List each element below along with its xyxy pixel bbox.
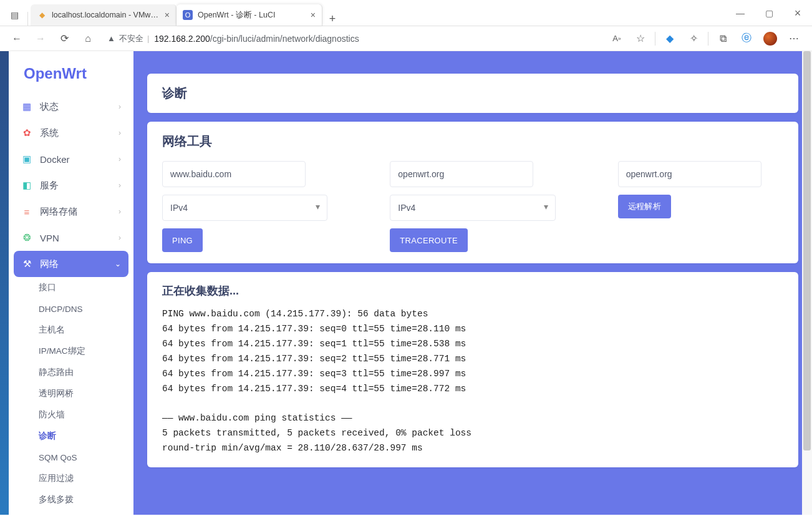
- gear-icon: ✿: [21, 127, 32, 139]
- home-button[interactable]: ⌂: [77, 28, 99, 49]
- tab-strip-icon[interactable]: ▤: [4, 4, 25, 26]
- sidebar: OpenWrt ▦状态› ✿系统› ▣Docker› ◧服务› ≡网络存储› ❂…: [9, 51, 133, 515]
- sub-dhcpdns[interactable]: DHCP/DNS: [14, 298, 128, 319]
- submenu-network: 接口 DHCP/DNS 主机名 IP/MAC绑定 静态路由 透明网桥 防火墙 诊…: [14, 277, 128, 510]
- services-icon: ◧: [21, 180, 32, 191]
- browser-tab-vmware[interactable]: ◆ localhost.localdomain - VMware... ×: [31, 4, 176, 26]
- sub-interfaces[interactable]: 接口: [14, 277, 128, 298]
- sub-ipmac[interactable]: IP/MAC绑定: [14, 341, 128, 362]
- globe-icon: ❂: [21, 232, 32, 243]
- sidebar-item-vpn[interactable]: ❂VPN›: [14, 225, 128, 251]
- ping-host-input[interactable]: [162, 161, 306, 187]
- address-bar: ← → ⟳ ⌂ ▲ 不安全 | 192.168.2.200/cgi-bin/lu…: [0, 26, 812, 51]
- sidebar-item-docker[interactable]: ▣Docker›: [14, 146, 128, 172]
- sidebar-item-system[interactable]: ✿系统›: [14, 120, 128, 146]
- divider: [27, 12, 28, 26]
- divider: [655, 32, 655, 46]
- sidebar-item-services[interactable]: ◧服务›: [14, 172, 128, 198]
- sub-mwan[interactable]: 多线多拨: [14, 489, 128, 510]
- refresh-button[interactable]: ⟳: [54, 28, 75, 49]
- profile-avatar[interactable]: [758, 28, 782, 49]
- close-icon[interactable]: ×: [165, 10, 170, 20]
- extensions-icon[interactable]: ✧: [682, 28, 705, 49]
- chevron-right-icon: ›: [118, 181, 121, 190]
- ping-output: PING www.baidu.com (14.215.177.39): 56 d…: [162, 307, 783, 456]
- chevron-right-icon: ›: [118, 102, 121, 111]
- minimize-button[interactable]: ―: [726, 8, 755, 18]
- extension-diamond-icon[interactable]: ◆: [658, 28, 682, 49]
- sub-hostnames[interactable]: 主机名: [14, 319, 128, 341]
- ping-button[interactable]: PING: [162, 228, 203, 252]
- url-text: 192.168.2.200/cgi-bin/luci/admin/network…: [154, 34, 359, 44]
- tab-title: localhost.localdomain - VMware...: [52, 11, 160, 19]
- page-header-card: 诊断: [147, 74, 798, 113]
- window-close-button[interactable]: ×: [783, 7, 812, 20]
- chevron-right-icon: ›: [118, 129, 121, 137]
- dashboard-icon: ▦: [21, 101, 32, 112]
- new-tab-button[interactable]: +: [322, 12, 342, 26]
- sub-bridge[interactable]: 透明网桥: [14, 383, 128, 404]
- forward-button: →: [30, 28, 51, 49]
- sub-sqm[interactable]: SQM QoS: [14, 447, 128, 468]
- desktop-edge: [0, 51, 9, 515]
- chevron-down-icon: ⌄: [115, 260, 121, 268]
- read-aloud-button[interactable]: A»: [605, 28, 629, 49]
- back-button[interactable]: ←: [6, 28, 27, 49]
- not-secure-badge[interactable]: ▲ 不安全 |: [107, 33, 149, 44]
- favorite-button[interactable]: ☆: [629, 28, 652, 49]
- page-title: 诊断: [162, 85, 783, 102]
- brand-logo[interactable]: OpenWrt: [9, 51, 133, 91]
- storage-icon: ≡: [21, 207, 32, 217]
- nslookup-host-input[interactable]: [618, 161, 761, 187]
- sub-routes[interactable]: 静态路由: [14, 362, 128, 383]
- traceroute-host-input[interactable]: [390, 161, 533, 187]
- openwrt-favicon: O: [183, 10, 193, 20]
- more-button[interactable]: ⋯: [782, 28, 806, 49]
- sidebar-item-nas[interactable]: ≡网络存储›: [14, 198, 128, 225]
- chevron-right-icon: ›: [118, 155, 121, 163]
- tools-title: 网络工具: [162, 133, 783, 150]
- chevron-right-icon: ›: [118, 207, 121, 216]
- sub-appfilter[interactable]: 应用过滤: [14, 468, 128, 489]
- sidebar-item-status[interactable]: ▦状态›: [14, 94, 128, 120]
- output-title: 正在收集数据...: [162, 283, 783, 298]
- sidebar-item-network[interactable]: ⚒网络⌄: [14, 251, 128, 277]
- tab-title: OpenWrt - 诊断 - LuCI: [198, 10, 306, 21]
- chevron-right-icon: ›: [118, 233, 121, 242]
- browser-tab-openwrt[interactable]: O OpenWrt - 诊断 - LuCI ×: [176, 4, 322, 26]
- collections-icon[interactable]: ⧉: [711, 28, 735, 49]
- nslookup-button[interactable]: 远程解析: [618, 195, 671, 218]
- traceroute-proto-select[interactable]: [390, 195, 555, 221]
- titlebar: ▤ ◆ localhost.localdomain - VMware... × …: [0, 0, 812, 26]
- warning-icon: ▲: [107, 34, 115, 43]
- vmware-favicon: ◆: [37, 10, 47, 20]
- divider: [708, 32, 708, 46]
- sub-firewall[interactable]: 防火墙: [14, 404, 128, 426]
- ping-proto-select[interactable]: [162, 195, 327, 221]
- sub-diagnostics[interactable]: 诊断: [14, 426, 128, 447]
- output-card: 正在收集数据... PING www.baidu.com (14.215.177…: [147, 272, 798, 467]
- url-field[interactable]: ▲ 不安全 | 192.168.2.200/cgi-bin/luci/admin…: [101, 29, 602, 48]
- network-icon: ⚒: [21, 258, 32, 270]
- maximize-button[interactable]: ▢: [755, 8, 783, 18]
- close-icon[interactable]: ×: [311, 10, 316, 20]
- traceroute-button[interactable]: TRACEROUTE: [390, 228, 468, 252]
- ie-mode-icon[interactable]: ⓔ: [735, 28, 758, 49]
- docker-icon: ▣: [21, 153, 32, 165]
- network-tools-card: 网络工具 PING: [147, 122, 798, 263]
